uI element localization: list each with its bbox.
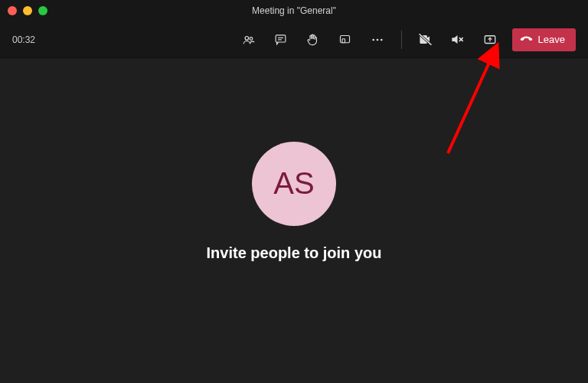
invite-message: Invite people to join you	[207, 244, 382, 262]
leave-button[interactable]: Leave	[512, 28, 576, 51]
people-icon	[242, 33, 256, 47]
svg-point-9	[380, 38, 382, 41]
window-controls	[8, 6, 47, 15]
camera-off-icon	[418, 32, 433, 47]
chat-icon	[274, 33, 287, 46]
participants-button[interactable]	[236, 27, 262, 53]
svg-point-0	[245, 36, 249, 40]
leave-button-label: Leave	[538, 34, 565, 45]
breakout-rooms-icon	[338, 33, 351, 46]
speaker-muted-icon	[450, 32, 465, 47]
avatar-initials: AS	[273, 166, 314, 201]
share-screen-icon	[483, 33, 497, 47]
svg-point-7	[372, 38, 374, 41]
svg-point-1	[250, 37, 253, 40]
svg-rect-2	[276, 35, 286, 42]
camera-toggle-button[interactable]	[413, 27, 439, 53]
meeting-timer: 00:32	[12, 34, 35, 45]
svg-point-8	[376, 38, 378, 41]
ellipsis-icon	[371, 33, 384, 47]
svg-rect-6	[342, 39, 345, 43]
meeting-stage: AS Invite people to join you	[0, 58, 588, 383]
share-screen-button[interactable]	[477, 27, 503, 53]
audio-toggle-button[interactable]	[445, 27, 471, 53]
participant-avatar: AS	[252, 142, 336, 226]
maximize-window-button[interactable]	[38, 6, 47, 15]
window-titlebar: Meeting in "General"	[0, 0, 588, 21]
minimize-window-button[interactable]	[23, 6, 32, 15]
raise-hand-button[interactable]	[300, 27, 326, 53]
toolbar-divider	[401, 31, 402, 49]
raise-hand-icon	[306, 33, 319, 46]
more-actions-button[interactable]	[364, 27, 390, 53]
chat-button[interactable]	[268, 27, 294, 53]
meeting-toolbar: 00:32	[0, 21, 588, 58]
hangup-icon	[520, 33, 533, 46]
close-window-button[interactable]	[8, 6, 17, 15]
rooms-button[interactable]	[332, 27, 358, 53]
window-title: Meeting in "General"	[0, 5, 588, 16]
